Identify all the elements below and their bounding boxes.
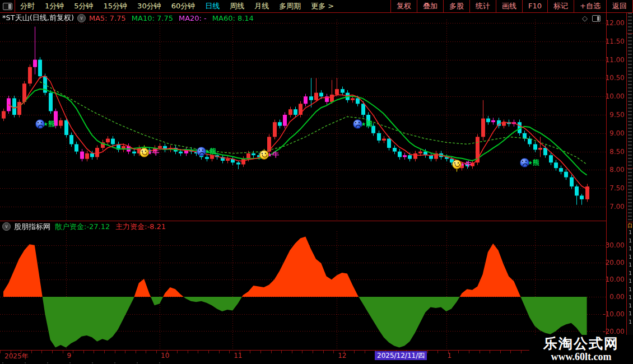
chevron-down-icon[interactable]: ∨ [2, 222, 11, 231]
watermark-title: 乐淘公式网 [543, 337, 619, 351]
stock-title: *ST天山(日线,前复权) [2, 13, 74, 23]
toolbar-button-1[interactable]: 叠加 [417, 0, 444, 12]
right-strip-segment[interactable] [627, 34, 633, 169]
main-chart-panel: *ST天山(日线,前复权) ∨ MA5: 7.75MA10: 7.75MA20:… [0, 13, 606, 221]
signal-label: 熊 [533, 158, 539, 167]
bear-face-icon [197, 147, 206, 156]
right-strip-marks: 1 1 1 1 1 1 1 1 1 1 1 1 [627, 228, 633, 326]
indicator-value-1: 主力资金:-8.21 [115, 222, 166, 231]
indicator-value-0: 散户资金:-27.12 [55, 222, 110, 231]
month-label-1: 1 [448, 352, 452, 360]
osc-label: 20.00 [606, 259, 625, 267]
watermark-url: www.60lt.com [551, 351, 612, 362]
toolbar-button-0[interactable]: 复权 [391, 0, 417, 12]
toolbar-button-2[interactable]: 多股 [444, 0, 470, 12]
ma-indicator-1: MA10: 7.75 [132, 14, 173, 22]
toolbar-button-6[interactable]: 标记 [548, 0, 574, 12]
diamond-icon[interactable]: ◇ [582, 14, 588, 22]
signal-label: 熊 [366, 119, 373, 129]
month-label-10: 10 [161, 352, 169, 360]
selected-date-box: 2025/12/11/四 [375, 351, 427, 360]
osc-label: -20.00 [603, 328, 625, 335]
period-tab-3[interactable]: 15分钟 [99, 1, 133, 11]
sub-chart-header: ∨ 股朋指标网 散户资金:-27.12主力资金:-8.21 [2, 222, 171, 231]
bull-signal-marker: ★牛 [259, 150, 279, 160]
bear-face-icon [520, 158, 529, 167]
period-tab-6[interactable]: 日线 [200, 1, 225, 11]
osc-label: -10.00 [603, 310, 625, 318]
layout-toggle-button[interactable] [0, 0, 15, 12]
ma-indicator-3: MA60: 8.14 [212, 14, 254, 22]
period-tab-4[interactable]: 30分钟 [132, 1, 166, 11]
bull-signal-marker: ★牛 [139, 148, 159, 157]
bull-face-icon [259, 150, 269, 160]
price-label: 10.00 [606, 92, 625, 100]
period-tabs: 分时1分钟5分钟15分钟30分钟60分钟日线周线月线多周期更多 > [15, 1, 339, 11]
indicator-values: 散户资金:-27.12主力资金:-8.21 [55, 222, 171, 232]
oscillator-chart[interactable] [0, 221, 606, 350]
right-strip-label: 自 [627, 222, 633, 228]
price-label: 11.00 [606, 56, 625, 64]
bear-signal-marker: ★熊 [197, 147, 216, 156]
toolbar-button-5[interactable]: F10 [523, 0, 548, 12]
bear-face-icon [353, 119, 362, 129]
chart-corner-icons: ◇ [582, 14, 601, 22]
signal-label: 牛 [465, 160, 472, 169]
signal-label: 熊 [210, 147, 216, 156]
ma-indicators: MA5: 7.75MA10: 7.75MA20: -MA60: 8.14 [89, 14, 259, 22]
watermark: 乐淘公式网 www.60lt.com [529, 335, 633, 364]
month-label-12: 12 [338, 352, 346, 360]
sub-chart-panel: ∨ 股朋指标网 散户资金:-27.12主力资金:-8.21 [0, 221, 606, 350]
price-label: 9.00 [609, 129, 625, 137]
signal-label: 熊 [48, 119, 55, 129]
right-strip-segment[interactable] [627, 169, 633, 222]
ma-indicator-2: MA20: - [179, 14, 207, 22]
price-axis: 12.0011.5011.0010.5010.009.509.008.508.0… [607, 13, 626, 350]
signal-label: 牛 [152, 148, 159, 157]
candlestick-chart[interactable] [0, 13, 606, 221]
indicator-name: 股朋指标网 [14, 222, 50, 232]
time-axis-ticks [0, 351, 606, 353]
right-vertical-toolbar[interactable]: 自 1 1 1 1 1 1 1 1 1 1 1 1 [626, 13, 633, 361]
price-label: 9.50 [609, 111, 625, 119]
main-chart-header: *ST天山(日线,前复权) ∨ MA5: 7.75MA10: 7.75MA20:… [2, 13, 259, 22]
osc-label: 10.00 [606, 276, 625, 283]
split-window-icon [3, 3, 12, 10]
chevron-down-icon[interactable]: ∨ [77, 14, 86, 22]
period-tab-5[interactable]: 60分钟 [166, 1, 201, 11]
period-tab-8[interactable]: 月线 [249, 1, 274, 11]
price-label: 7.50 [609, 184, 625, 192]
panel-icon[interactable] [592, 15, 601, 22]
price-label: 7.00 [609, 203, 625, 211]
toolbar-button-3[interactable]: 统计 [470, 0, 496, 12]
ma-indicator-0: MA5: 7.75 [89, 14, 126, 22]
signal-label: 牛 [272, 150, 279, 160]
bear-signal-marker: ★熊 [353, 119, 373, 129]
period-tab-9[interactable]: 多周期 [274, 1, 306, 11]
price-label: 12.00 [606, 19, 625, 27]
period-tab-10[interactable]: 更多 > [306, 1, 339, 11]
period-tab-1[interactable]: 1分钟 [40, 1, 69, 11]
bull-face-icon [139, 148, 149, 157]
price-label: 8.50 [609, 148, 625, 156]
year-label: 2025年 [4, 352, 29, 361]
app-window: 分时1分钟5分钟15分钟30分钟60分钟日线周线月线多周期更多 > 复权叠加多股… [0, 0, 633, 364]
toolbar-button-4[interactable]: 画线 [496, 0, 523, 12]
toolbar-button-8[interactable]: 返回 [607, 0, 633, 12]
bear-face-icon [35, 119, 45, 129]
price-label: 10.50 [606, 74, 625, 82]
price-label: 8.00 [609, 166, 625, 174]
period-tab-7[interactable]: 周线 [225, 1, 249, 11]
bull-face-icon [452, 160, 462, 169]
period-tab-2[interactable]: 5分钟 [69, 1, 98, 11]
osc-label: 0.00 [609, 293, 625, 301]
toolbar-button-7[interactable]: +自选 [574, 0, 607, 12]
bull-signal-marker: ★牛 [452, 160, 472, 169]
month-label-11: 11 [234, 352, 242, 360]
period-tab-0[interactable]: 分时 [15, 1, 40, 11]
month-label-9: 9 [67, 352, 72, 360]
right-strip-segment[interactable] [627, 13, 633, 34]
top-toolbar: 分时1分钟5分钟15分钟30分钟60分钟日线周线月线多周期更多 > 复权叠加多股… [0, 0, 633, 13]
price-label: 11.50 [606, 38, 625, 45]
toolbar-buttons: 复权叠加多股统计画线F10标记+自选返回 [390, 0, 633, 12]
